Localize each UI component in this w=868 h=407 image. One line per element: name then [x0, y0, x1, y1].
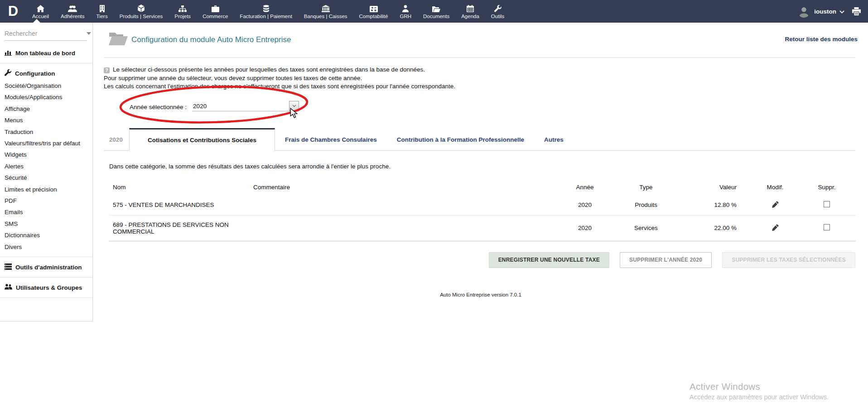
- sidebar-item-users-groups[interactable]: Utilisateurs & Groupes: [0, 282, 92, 293]
- back-to-modules-link[interactable]: Retour liste des modules: [785, 36, 858, 43]
- sidebar-search: [5, 30, 87, 41]
- tax-value: 22.00 %: [680, 215, 752, 241]
- sidebar-item-dictionnaires[interactable]: Dictionnaires: [5, 230, 92, 241]
- edit-pencil-icon[interactable]: [772, 224, 779, 232]
- col-header-suppr: Suppr.: [798, 179, 856, 195]
- topmenu-tiers[interactable]: Tiers: [91, 0, 114, 23]
- topmenu-comptabilite[interactable]: Comptabilité: [353, 0, 394, 23]
- sidebar-item-divers[interactable]: Divers: [5, 241, 92, 253]
- dolibarr-logo[interactable]: D: [0, 0, 26, 23]
- sidebar-item-emails[interactable]: Emails: [5, 206, 92, 218]
- tax-type: Services: [612, 215, 680, 241]
- col-header-annee: Année: [558, 179, 612, 195]
- col-header-type: Type: [612, 179, 680, 195]
- info-line: Les calculs concernant l'estimation des …: [104, 82, 855, 91]
- tax-name: 689 - PRESTATIONS DE SERVICES NON COMMER…: [113, 221, 240, 235]
- year-selector-row: Année sélectionnée : 2020: [130, 101, 868, 111]
- topmenu-produits-services[interactable]: Produits | Services: [114, 0, 169, 23]
- edit-pencil-icon[interactable]: [772, 201, 779, 209]
- sidebar-item-modules[interactable]: Modules/Applications: [5, 91, 92, 103]
- sidebar-item-label: Utilisateurs & Groupes: [16, 284, 82, 291]
- sidebar-item-affichage[interactable]: Affichage: [5, 103, 92, 115]
- tab-contribution-formation[interactable]: Contribution à la Formation Professionne…: [387, 136, 534, 150]
- topmenu-label: Facturation | Paiement: [240, 14, 292, 19]
- bank-icon: [322, 4, 330, 12]
- topmenu-projets[interactable]: Projets: [169, 0, 197, 23]
- topmenu-grh[interactable]: GRH: [394, 0, 417, 23]
- tax-value: 12.80 %: [680, 195, 752, 215]
- info-line: Pour supprimer une année du sélecteur, v…: [104, 74, 855, 83]
- topmenu-banques-caisses[interactable]: Banques | Caisses: [298, 0, 353, 23]
- building-icon: [100, 4, 105, 12]
- sidebar-item-limites[interactable]: Limites et précision: [5, 184, 92, 195]
- sidebar-item-alertes[interactable]: Alertes: [5, 161, 92, 172]
- search-input[interactable]: [5, 30, 87, 37]
- col-header-modif: Modif.: [752, 179, 798, 195]
- delete-year-button[interactable]: SUPPRIMER L'ANNÉE 2020: [620, 252, 712, 268]
- tax-type: Produits: [612, 195, 680, 215]
- delete-checkbox[interactable]: [824, 201, 830, 207]
- calendar-icon: [467, 4, 474, 12]
- tab-frais-chambres[interactable]: Frais de Chambres Consulaires: [275, 136, 387, 150]
- left-sidebar: Mon tableau de bord Configuration Sociét…: [0, 23, 93, 321]
- avatar[interactable]: [798, 5, 810, 18]
- col-header-nom: Nom: [109, 179, 250, 195]
- tabs-bar: 2020 Cotisations et Contributions Social…: [104, 111, 855, 151]
- sidebar-item-pdf[interactable]: PDF: [5, 195, 92, 206]
- sitemap-icon: [178, 4, 187, 12]
- sidebar-item-securite[interactable]: Sécurité: [5, 172, 92, 183]
- topmenu-label: Banques | Caisses: [304, 14, 347, 19]
- configuration-menu: Société/Organisation Modules/Application…: [0, 79, 92, 253]
- sidebar-item-traduction[interactable]: Traduction: [5, 126, 92, 138]
- topmenu-commerce[interactable]: Commerce: [197, 0, 234, 23]
- sidebar-item-dashboard[interactable]: Mon tableau de bord: [0, 47, 92, 59]
- topmenu-label: Projets: [174, 14, 191, 19]
- wrench-icon: [494, 4, 502, 12]
- wrench-icon: [5, 69, 11, 77]
- topmenu-agenda[interactable]: Agenda: [455, 0, 485, 23]
- sidebar-item-menus[interactable]: Menus: [5, 115, 92, 126]
- action-buttons: ENREGISTRER UNE NOUVELLE TAXE SUPPRIMER …: [93, 252, 855, 268]
- tax-year: 2020: [558, 215, 612, 241]
- chevron-down-icon[interactable]: [839, 7, 844, 15]
- user-name[interactable]: iouston: [814, 8, 836, 15]
- tab-year-2020: 2020: [104, 136, 129, 150]
- sidebar-item-label: Outils d'administration: [15, 264, 82, 271]
- search-dropdown-caret-icon[interactable]: [87, 32, 91, 35]
- sidebar-item-widgets[interactable]: Widgets: [5, 149, 92, 160]
- main-content: Configuration du module Auto Micro Entre…: [93, 23, 868, 297]
- save-new-tax-button[interactable]: ENREGISTRER UNE NOUVELLE TAXE: [489, 252, 609, 268]
- topmenu-adherents[interactable]: Adhérents: [55, 0, 90, 23]
- topmenu-facturation-paiement[interactable]: Facturation | Paiement: [234, 0, 298, 23]
- cube-icon: [137, 4, 145, 12]
- year-select-value: 2020: [192, 103, 207, 111]
- topmenu-label: Tiers: [96, 14, 108, 19]
- divider: [0, 63, 92, 63]
- tax-name: 575 - VENTES DE MARCHANDISES: [113, 201, 240, 208]
- sidebar-item-valeurs[interactable]: Valeurs/filtres/tris par défaut: [5, 138, 92, 149]
- tax-year: 2020: [558, 195, 612, 215]
- year-selector-label: Année sélectionnée :: [130, 104, 187, 110]
- sidebar-section-configuration[interactable]: Configuration: [0, 67, 92, 79]
- sidebar-item-societe[interactable]: Société/Organisation: [5, 80, 92, 91]
- sidebar-item-sms[interactable]: SMS: [5, 218, 92, 230]
- user-icon: [402, 4, 409, 12]
- select-dropdown-button[interactable]: [289, 101, 299, 111]
- year-select[interactable]: 2020: [192, 101, 299, 111]
- windows-activation-watermark: Activer Windows Accédez aux paramètres p…: [690, 381, 829, 401]
- topmenu-label: Documents: [423, 14, 449, 19]
- briefcase-icon: [212, 4, 219, 12]
- topmenu-label: Produits | Services: [120, 14, 163, 19]
- divider: [0, 257, 92, 257]
- tab-autres[interactable]: Autres: [534, 136, 574, 150]
- col-header-valeur: Valeur: [680, 179, 752, 195]
- topmenu-outils[interactable]: Outils: [485, 0, 510, 23]
- topmenu-label: Accueil: [32, 14, 49, 19]
- sidebar-item-admin-tools[interactable]: Outils d'administration: [0, 261, 92, 273]
- delete-checkbox[interactable]: [824, 224, 830, 230]
- sidebar-item-label: Mon tableau de bord: [15, 50, 75, 57]
- tab-cotisations-active[interactable]: Cotisations et Contributions Sociales: [129, 128, 275, 151]
- delete-selected-taxes-button: SUPPRIMER LES TAXES SÉLECTIONNÉES: [722, 252, 855, 268]
- topmenu-documents[interactable]: Documents: [417, 0, 455, 23]
- printer-icon[interactable]: [852, 7, 861, 15]
